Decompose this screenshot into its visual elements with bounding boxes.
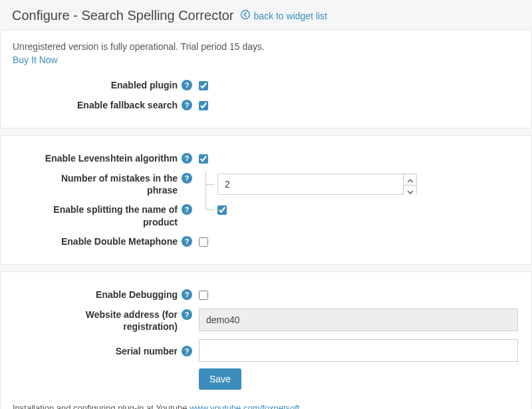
serial-number-label: Serial number — [116, 345, 178, 357]
buy-it-now-link[interactable]: Buy It Now — [13, 55, 58, 65]
mistakes-input[interactable] — [218, 174, 403, 194]
row-enable-fallback: Enable fallback search ? — [13, 98, 519, 112]
enable-splitting-checkbox[interactable] — [217, 205, 227, 215]
help-icon[interactable]: ? — [182, 309, 192, 320]
serial-number-input[interactable] — [199, 339, 518, 362]
youtube-link[interactable]: www.youtube.com/foxnetsoft — [190, 403, 299, 409]
enable-debug-label: Enable Debugging — [96, 289, 178, 301]
back-link-label: back to widget list — [254, 11, 328, 21]
help-icon[interactable]: ? — [182, 80, 192, 90]
trial-message: Unregistered version is fully operationa… — [13, 41, 519, 52]
help-icon[interactable]: ? — [182, 204, 192, 215]
enable-splitting-label: Enable splitting the name of product — [31, 204, 178, 227]
tree-branch — [199, 203, 519, 216]
enable-fallback-checkbox[interactable] — [199, 101, 208, 110]
help-icon[interactable]: ? — [182, 173, 192, 184]
row-save: Save — [13, 368, 519, 390]
help-icon[interactable]: ? — [182, 346, 192, 356]
website-address-input — [199, 309, 518, 331]
row-enabled-plugin: Enabled plugin ? — [13, 78, 519, 92]
row-enable-levenshtein: Enable Levenshtein algorithm ? — [13, 152, 519, 165]
help-icon[interactable]: ? — [182, 100, 192, 110]
enable-metaphone-label: Enable Double Metaphone — [61, 235, 178, 247]
mistakes-spinner — [217, 174, 417, 195]
enabled-plugin-checkbox[interactable] — [199, 81, 208, 90]
svg-point-0 — [241, 11, 249, 19]
chevron-down-icon — [408, 186, 413, 196]
row-serial-number: Serial number ? — [13, 339, 519, 362]
arrow-left-circle-icon — [241, 10, 250, 21]
enable-levenshtein-checkbox[interactable] — [199, 154, 208, 164]
row-website-address: Website address (for registration) ? — [13, 308, 519, 333]
panel-algorithms: Enable Levenshtein algorithm ? Number of… — [0, 135, 532, 265]
spinner-up-button[interactable] — [404, 174, 416, 186]
mistakes-label: Number of mistakes in the phrase — [31, 172, 178, 196]
help-icon[interactable]: ? — [182, 153, 192, 164]
page-title: Configure - Search Spelling Corrector — [12, 8, 234, 23]
panel-trial: Unregistered version is fully operationa… — [0, 30, 532, 128]
website-address-label: Website address (for registration) — [31, 309, 178, 333]
footer-youtube: Installation and configuring plug-in at … — [13, 403, 519, 409]
panel-registration: Enable Debugging ? Website address (for … — [0, 271, 532, 409]
back-to-widget-list-link[interactable]: back to widget list — [241, 10, 328, 21]
save-button[interactable]: Save — [199, 368, 241, 390]
enable-debug-checkbox[interactable] — [199, 291, 208, 300]
page-header: Configure - Search Spelling Corrector ba… — [0, 4, 532, 30]
row-mistakes: Number of mistakes in the phrase ? — [13, 172, 519, 196]
row-enable-metaphone: Enable Double Metaphone ? — [13, 235, 519, 248]
spinner-down-button[interactable] — [404, 186, 416, 196]
enable-metaphone-checkbox[interactable] — [199, 237, 208, 247]
page: Configure - Search Spelling Corrector ba… — [0, 0, 532, 409]
tree-branch — [199, 174, 519, 195]
help-icon[interactable]: ? — [182, 236, 192, 247]
help-icon[interactable]: ? — [182, 289, 192, 300]
chevron-up-icon — [408, 174, 413, 185]
row-enable-debug: Enable Debugging ? — [13, 288, 519, 301]
footer-youtube-prefix: Installation and configuring plug-in at … — [13, 403, 190, 409]
enable-levenshtein-label: Enable Levenshtein algorithm — [45, 152, 178, 164]
enable-fallback-label: Enable fallback search — [77, 99, 178, 111]
enabled-plugin-label: Enabled plugin — [111, 79, 178, 91]
row-enable-splitting: Enable splitting the name of product ? — [13, 203, 519, 227]
